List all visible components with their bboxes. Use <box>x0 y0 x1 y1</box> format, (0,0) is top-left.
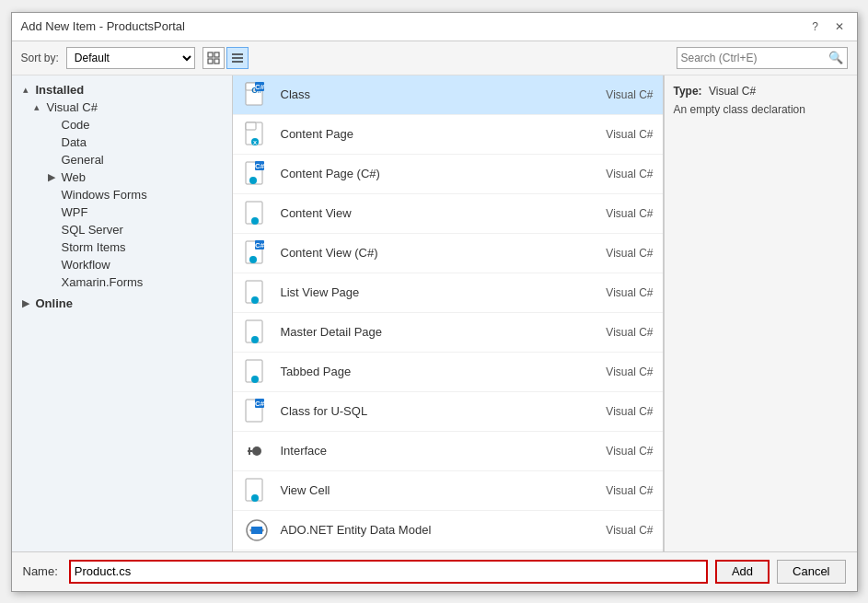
bottom-bar: Name: Add Cancel <box>12 551 857 591</box>
item-name: Content View (C#) <box>281 246 571 260</box>
item-row[interactable]: C# Content View (C#) Visual C# <box>233 234 663 273</box>
item-name: Master Detail Page <box>281 325 571 339</box>
sidebar-label-code: Code <box>62 118 90 132</box>
sidebar-item-code[interactable]: Code <box>12 116 232 133</box>
item-icon-master-detail <box>242 318 272 347</box>
item-icon-ado <box>242 516 272 545</box>
item-type: Visual C# <box>580 365 654 378</box>
sidebar-item-storm-items[interactable]: Storm Items <box>12 238 232 256</box>
svg-rect-0 <box>208 52 213 57</box>
svg-rect-13 <box>246 122 256 130</box>
item-name: Class for U-SQL <box>281 404 571 418</box>
dialog-title: Add New Item - ProductsPortal <box>21 19 185 33</box>
sidebar-item-wpf[interactable]: WPF <box>12 203 232 221</box>
item-row[interactable]: C# Class for U-SQL Visual C# <box>233 392 663 432</box>
item-type: Visual C# <box>580 286 654 299</box>
item-row[interactable]: Tabbed Page Visual C# <box>233 353 663 392</box>
item-type: Visual C# <box>580 445 654 458</box>
name-input[interactable] <box>69 560 708 584</box>
sidebar-label-general: General <box>62 153 104 167</box>
sidebar: ▴ Installed ▴ Visual C# Code Data Genera… <box>12 75 233 551</box>
list-view-button[interactable] <box>226 47 249 69</box>
svg-text:C#: C# <box>254 162 264 170</box>
search-icon: 🔍 <box>828 51 843 64</box>
info-type-row: Type: Visual C# <box>674 85 848 98</box>
title-bar: Add New Item - ProductsPortal ? ✕ <box>12 13 857 41</box>
sidebar-label-data: Data <box>62 135 87 149</box>
item-icon-content-page: X <box>242 120 272 149</box>
sidebar-label-windows-forms: Windows Forms <box>62 188 147 202</box>
sidebar-item-sql-server[interactable]: SQL Server <box>12 221 232 238</box>
sidebar-label-web: Web <box>62 170 87 184</box>
item-type: Visual C# <box>580 326 654 339</box>
list-icon <box>231 52 244 64</box>
svg-point-29 <box>251 336 259 343</box>
svg-point-19 <box>249 177 257 184</box>
info-type-value: Visual C# <box>709 85 756 98</box>
sidebar-item-windows-forms[interactable]: Windows Forms <box>12 186 232 203</box>
item-name: List View Page <box>281 285 571 299</box>
item-type: Visual C# <box>580 405 654 418</box>
svg-text:C#: C# <box>254 241 264 249</box>
svg-point-35 <box>252 446 261 456</box>
svg-text:C#: C# <box>254 83 264 91</box>
svg-text:X: X <box>252 140 256 145</box>
item-icon-tabbed-page <box>242 357 272 387</box>
item-icon-content-page-cs: C# <box>242 159 272 189</box>
item-row[interactable]: List View Page Visual C# <box>233 273 663 313</box>
item-name: View Cell <box>281 483 571 497</box>
item-row[interactable]: C# C# Class Visual C# <box>233 75 663 115</box>
item-row[interactable]: Interface Visual C# <box>233 432 663 471</box>
item-name: Content View <box>281 206 571 220</box>
item-row[interactable]: ADO.NET Entity Data Model Visual C# <box>233 511 663 551</box>
sidebar-item-visual-cs[interactable]: ▴ Visual C# <box>12 99 232 116</box>
svg-rect-3 <box>214 59 219 64</box>
item-name: Tabbed Page <box>281 365 571 378</box>
svg-point-21 <box>251 217 259 225</box>
sort-dropdown[interactable]: Default <box>66 47 195 69</box>
svg-text:C#: C# <box>254 400 264 408</box>
main-content: ▴ Installed ▴ Visual C# Code Data Genera… <box>12 75 857 551</box>
info-panel: Type: Visual C# An empty class declarati… <box>664 75 857 551</box>
search-input[interactable] <box>681 52 828 64</box>
item-row[interactable]: Master Detail Page Visual C# <box>233 313 663 353</box>
title-bar-buttons: ? ✕ <box>807 18 848 35</box>
item-icon-class: C# C# <box>242 80 272 110</box>
sidebar-item-general[interactable]: General <box>12 151 232 168</box>
sidebar-label-workflow: Workflow <box>62 258 110 272</box>
svg-point-39 <box>251 494 259 502</box>
item-row[interactable]: C# Content Page (C#) Visual C# <box>233 155 663 194</box>
name-label: Name: <box>23 564 58 578</box>
item-name: ADO.NET Entity Data Model <box>281 523 571 537</box>
sidebar-label-sql-server: SQL Server <box>62 223 123 237</box>
add-new-item-dialog: Add New Item - ProductsPortal ? ✕ Sort b… <box>11 12 858 592</box>
item-name: Content Page <box>281 127 571 141</box>
item-row[interactable]: View Cell Visual C# <box>233 471 663 511</box>
grid-view-button[interactable] <box>203 47 225 69</box>
help-button[interactable]: ? <box>807 18 824 35</box>
sort-label: Sort by: <box>21 52 59 64</box>
sidebar-item-installed[interactable]: ▴ Installed <box>12 81 232 99</box>
close-button[interactable]: ✕ <box>831 18 848 35</box>
item-type: Visual C# <box>580 524 654 537</box>
item-icon-list-view <box>242 278 272 307</box>
item-row[interactable]: X Content Page Visual C# <box>233 115 663 155</box>
item-type: Visual C# <box>580 207 654 220</box>
add-button[interactable]: Add <box>715 560 770 584</box>
item-name: Content Page (C#) <box>281 167 571 180</box>
view-toggle-group <box>203 47 249 69</box>
item-name: Class <box>281 87 571 101</box>
expand-icon: ▴ <box>19 84 32 96</box>
svg-point-25 <box>249 256 257 263</box>
svg-point-31 <box>251 376 259 383</box>
sidebar-item-xamarin-forms[interactable]: Xamarin.Forms <box>12 273 232 291</box>
item-row[interactable]: Content View Visual C# <box>233 194 663 234</box>
sidebar-item-workflow[interactable]: Workflow <box>12 256 232 273</box>
sidebar-item-online[interactable]: ▶ Online <box>12 295 232 312</box>
sidebar-item-data[interactable]: Data <box>12 133 232 151</box>
item-icon-content-view-cs: C# <box>242 238 272 268</box>
item-icon-view-cell <box>242 476 272 505</box>
search-box: 🔍 <box>677 47 848 69</box>
cancel-button[interactable]: Cancel <box>777 560 845 584</box>
sidebar-item-web[interactable]: ▶ Web <box>12 168 232 186</box>
